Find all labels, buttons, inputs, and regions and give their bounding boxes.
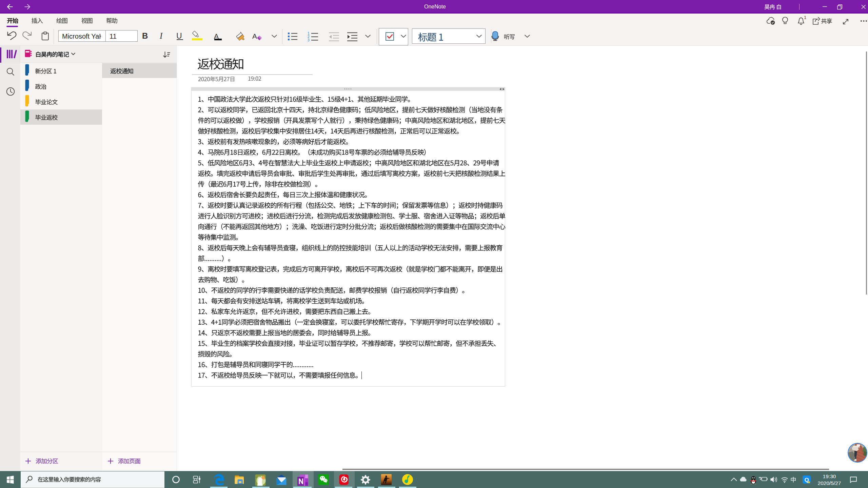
svg-text:3: 3 (308, 38, 310, 42)
svg-text:1: 1 (804, 15, 806, 20)
